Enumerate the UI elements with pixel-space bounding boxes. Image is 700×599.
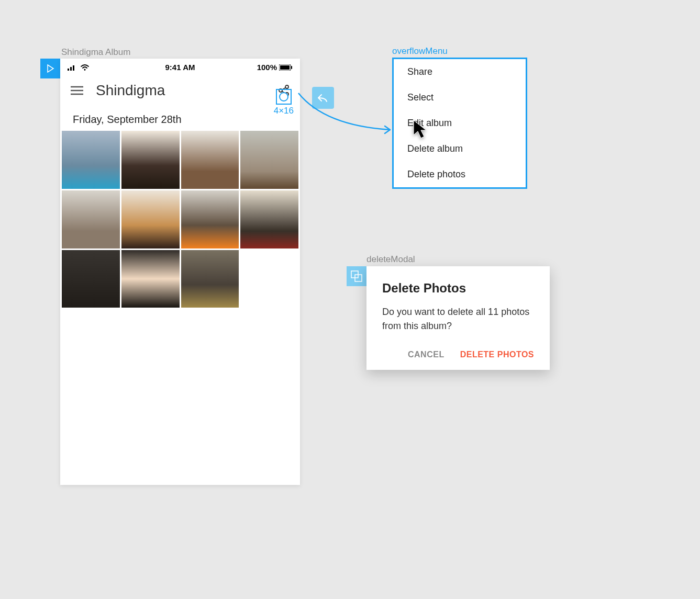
frame-label-modal[interactable]: deleteModal	[366, 254, 415, 265]
delete-modal: Delete Photos Do you want to delete all …	[366, 266, 550, 370]
phone-frame: 9:41 AM 100% Shindigma	[60, 59, 300, 485]
cursor-icon	[412, 119, 432, 140]
status-battery-pct: 100%	[257, 63, 277, 72]
photo-thumb[interactable]	[181, 250, 239, 308]
delete-photos-button[interactable]: DELETE PHOTOS	[460, 350, 534, 359]
photo-thumb[interactable]	[121, 190, 180, 248]
component-icon	[351, 270, 362, 282]
cancel-button[interactable]: CANCEL	[408, 350, 445, 359]
modal-actions: CANCEL DELETE PHOTOS	[382, 350, 534, 359]
reply-arrow-icon	[317, 93, 329, 103]
appbar-title: Shindigma	[96, 82, 265, 99]
selection-target-icon	[276, 89, 292, 105]
photo-thumb[interactable]	[240, 131, 298, 189]
play-button[interactable]	[40, 59, 60, 78]
modal-title: Delete Photos	[382, 281, 534, 296]
app-bar: Shindigma	[60, 74, 300, 103]
photo-thumb[interactable]	[121, 250, 180, 308]
photo-thumb[interactable]	[62, 190, 120, 248]
modal-body: Do you want to delete all 11 photos from…	[382, 305, 534, 333]
selection-indicator[interactable]: 4×16	[274, 89, 294, 116]
overflow-item-share[interactable]: Share	[394, 59, 526, 85]
selection-dimensions: 4×16	[274, 106, 294, 116]
photo-thumb[interactable]	[240, 190, 298, 248]
svg-rect-5	[280, 65, 290, 70]
connector-arrow	[293, 89, 408, 141]
frame-label-overflow[interactable]: overflowMenu	[392, 46, 448, 56]
battery-icon	[279, 64, 293, 71]
photo-thumb[interactable]	[181, 131, 239, 189]
overflow-item-select[interactable]: Select	[394, 85, 526, 110]
prototype-reply-badge[interactable]	[312, 87, 334, 109]
photo-thumb[interactable]	[62, 131, 120, 189]
frame-label-album[interactable]: Shindigma Album	[61, 47, 130, 58]
play-icon	[46, 64, 55, 73]
date-header: Friday, September 28th	[60, 103, 300, 131]
menu-icon[interactable]	[71, 86, 83, 95]
photo-grid	[60, 131, 300, 308]
component-badge[interactable]	[347, 266, 366, 286]
photo-thumb[interactable]	[62, 250, 120, 308]
photo-thumb[interactable]	[181, 190, 239, 248]
svg-rect-6	[291, 66, 292, 69]
photo-thumb[interactable]	[121, 131, 180, 189]
overflow-item-delete-photos[interactable]: Delete photos	[394, 162, 526, 187]
svg-point-10	[285, 85, 288, 88]
status-bar: 9:41 AM 100%	[60, 59, 300, 74]
